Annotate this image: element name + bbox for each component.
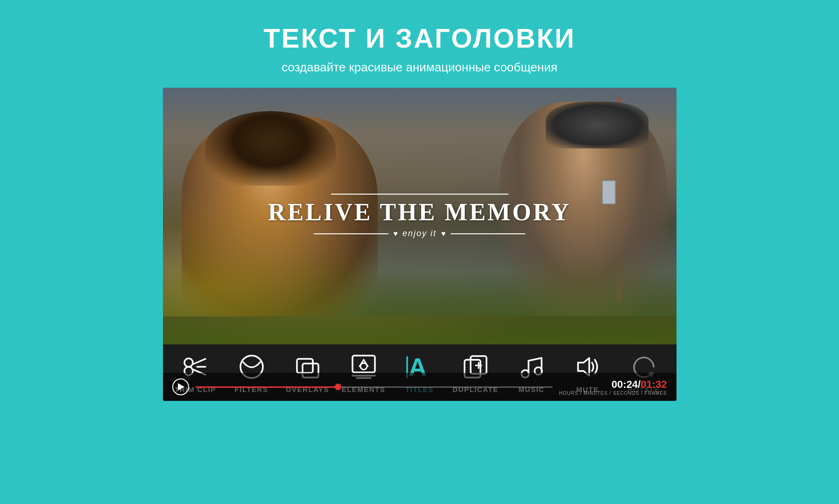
progress-track[interactable] — [196, 386, 553, 388]
sub-line-bar-right — [451, 233, 525, 234]
time-total: 01:32 — [641, 378, 667, 391]
play-button[interactable] — [172, 378, 189, 395]
heart-icon: ♥ — [393, 230, 398, 238]
time-label: HOURS / MINUTES / SECONDS / FRAMES — [559, 391, 667, 396]
play-icon — [178, 383, 184, 391]
video-title-overlay: RELIVE THE MEMORY ♥ enjoy it ♥ — [256, 194, 583, 238]
video-container: RELIVE THE MEMORY ♥ enjoy it ♥ 00:24/ 01… — [163, 88, 677, 401]
page-title: ТЕКСТ И ЗАГОЛОВКИ — [263, 22, 575, 54]
color-overlay — [163, 251, 677, 344]
sub-line-bar-left — [314, 233, 388, 234]
overlay-sub-line: ♥ enjoy it ♥ — [256, 229, 583, 238]
header-section: ТЕКСТ И ЗАГОЛОВКИ создавайте красивые ан… — [263, 22, 575, 75]
playback-bar: 00:24/ 01:32 HOURS / MINUTES / SECONDS /… — [163, 373, 677, 401]
time-current: 00:24/ — [612, 378, 641, 391]
svg-rect-6 — [297, 359, 313, 373]
title-line — [331, 194, 508, 195]
page-subtitle: создавайте красивые анимационные сообщен… — [263, 60, 575, 75]
svg-point-0 — [184, 358, 193, 367]
heart-icon-right: ♥ — [441, 230, 446, 238]
overlay-sub-text: enjoy it — [402, 229, 437, 238]
progress-fill — [196, 386, 338, 388]
time-display: 00:24/ 01:32 HOURS / MINUTES / SECONDS /… — [559, 378, 667, 396]
progress-thumb[interactable] — [335, 384, 341, 390]
svg-line-2 — [192, 359, 205, 364]
svg-point-9 — [360, 363, 367, 370]
overlay-main-text: RELIVE THE MEMORY — [256, 198, 583, 226]
video-frame: RELIVE THE MEMORY ♥ enjoy it ♥ — [163, 88, 677, 344]
